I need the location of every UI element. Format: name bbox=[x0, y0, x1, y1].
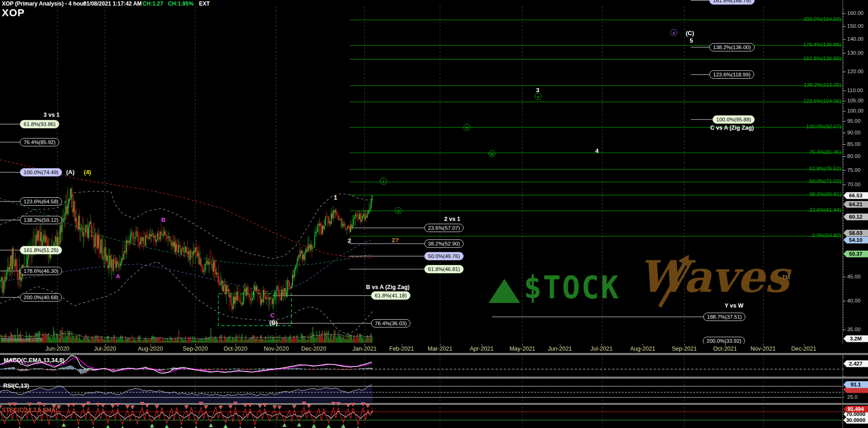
date-label: Mar-2021 bbox=[428, 346, 453, 352]
fib-extension-label: 176.4%(136.86) bbox=[776, 42, 841, 47]
fib-level-label[interactable]: 50.0%(49.76) bbox=[424, 252, 464, 260]
elliott-wave-label[interactable]: 2? bbox=[391, 237, 398, 244]
price-badge: 54.10 bbox=[843, 237, 868, 244]
price-tick-label: 70.00 bbox=[847, 182, 861, 187]
elliott-wave-circled-label[interactable]: 4 bbox=[670, 29, 677, 36]
price-badge: 3.2M bbox=[843, 335, 868, 342]
fib-level-label[interactable]: 38.2%(52.90) bbox=[424, 239, 464, 248]
elliott-wave-circled-label[interactable]: ii bbox=[395, 208, 402, 214]
date-label: Nov-2020 bbox=[264, 346, 289, 352]
fib-tool-heading: C vs A (Zig Zag) bbox=[710, 125, 754, 131]
elliott-wave-label[interactable]: (4) bbox=[84, 169, 91, 176]
fib-level-label[interactable]: 23.6%(57.07) bbox=[424, 224, 464, 232]
fib-extension-label: 123.6%(104.06) bbox=[776, 98, 841, 104]
fib-level-label[interactable]: 61.8%(41.18) bbox=[371, 291, 410, 300]
fib-extension-label: 200.0%(154.69) bbox=[776, 16, 841, 22]
date-label: Jul-2021 bbox=[590, 346, 613, 352]
fib-level-label[interactable]: 138.2%(59.12) bbox=[20, 216, 62, 224]
price-tick-label: 105.00 bbox=[847, 98, 863, 103]
price-tick-label: 35.00 bbox=[847, 327, 861, 332]
fib-extension-label: 100.0%(92.07) bbox=[776, 124, 841, 129]
fib-level-label[interactable]: 76.4%(85.92) bbox=[20, 138, 59, 146]
date-label: Sep-2021 bbox=[672, 346, 697, 352]
fib-tool-heading: 3 vs 1 bbox=[43, 112, 60, 118]
elliott-wave-circled-label[interactable]: v bbox=[535, 93, 542, 100]
price-tick-label: 80.00 bbox=[847, 153, 861, 159]
elliott-wave-circled-label[interactable]: iii bbox=[464, 124, 471, 131]
price-tick-label: 160.00 bbox=[847, 10, 863, 16]
date-label: Aug-2020 bbox=[138, 346, 163, 352]
indicator-value-badge: 30.0000 bbox=[843, 417, 868, 424]
elliott-wave-label[interactable]: (C) bbox=[686, 30, 694, 37]
fib-level-label[interactable]: 76.4%(36.03) bbox=[371, 319, 410, 327]
fib-tool-heading: B vs A (Zig Zag) bbox=[366, 284, 409, 290]
price-badge: 56.03 bbox=[843, 230, 868, 237]
elliott-wave-label[interactable]: A bbox=[116, 273, 120, 280]
fib-level-label[interactable]: 161.8%(51.25) bbox=[20, 246, 62, 254]
date-label: Jul-2020 bbox=[94, 346, 116, 352]
date-label: Sep-2020 bbox=[183, 346, 208, 352]
fib-tool-heading: Y vs W bbox=[725, 302, 744, 309]
fib-extension-label: 161.8%(126.88) bbox=[776, 56, 841, 61]
price-tick-label: 75.00 bbox=[847, 167, 861, 173]
fib-level-label[interactable]: 178.6%(46.30) bbox=[20, 267, 62, 275]
elliott-wave-label[interactable]: (A) bbox=[66, 169, 74, 176]
fib-level-label[interactable]: 123.6%(118.99) bbox=[709, 70, 754, 79]
fib-level-label[interactable]: 61.8%(46.81) bbox=[424, 265, 464, 273]
price-tick-label: 100.00 bbox=[847, 108, 863, 113]
symbol-label: XOP bbox=[2, 7, 25, 19]
price-tick-label: 95.00 bbox=[847, 118, 861, 124]
elliott-wave-circled-label[interactable]: iv bbox=[489, 151, 496, 157]
date-label: Oct-2021 bbox=[713, 346, 737, 352]
elliott-wave-label[interactable]: 4 bbox=[595, 147, 598, 154]
elliott-wave-label[interactable]: C bbox=[270, 312, 274, 319]
chart-header: XOP (Primary Analysis) - 4 hour 01/08/20… bbox=[0, 0, 868, 7]
fib-extension-label: 50.0%(71.03) bbox=[776, 178, 841, 184]
fib-level-label[interactable]: 61.8%(93.86) bbox=[20, 120, 59, 128]
date-label: Jan-2021 bbox=[353, 346, 377, 352]
fib-level-label[interactable]: 138.2%(136.00) bbox=[709, 43, 755, 51]
elliott-wave-label[interactable]: 5 bbox=[689, 37, 693, 44]
indicator-value-badge: 91.494 bbox=[843, 406, 868, 413]
date-label: Apr-2021 bbox=[470, 346, 493, 352]
chart-title: XOP (Primary Analysis) - 4 hour bbox=[2, 0, 86, 7]
elliott-wave-label[interactable]: 3 bbox=[536, 87, 539, 94]
fib-extension-label: 61.8%(75.52) bbox=[776, 166, 841, 171]
elliott-wave-label[interactable]: 1 bbox=[334, 194, 337, 201]
price-tick-label: 120.00 bbox=[847, 69, 863, 74]
chart-annotations-layer: 3 vs 161.8%(93.86)76.4%(85.92)100.0%(74.… bbox=[0, 0, 868, 428]
elliott-wave-circled-label[interactable]: i bbox=[380, 178, 387, 185]
elliott-wave-label[interactable]: (B) bbox=[269, 319, 278, 326]
date-axis[interactable]: Jun-2020Jul-2020Aug-2020Sep-2020Oct-2020… bbox=[0, 344, 868, 353]
stsc-panel-title: STSC(C,12,3,5,SMA) bbox=[2, 407, 57, 413]
macd-panel-title: MACD(C,EMA,13,34,8) bbox=[4, 357, 64, 364]
fib-extension-label: 23.6%(61.94) bbox=[776, 207, 841, 213]
elliott-wave-label[interactable]: 2 bbox=[347, 237, 351, 244]
fib-level-label[interactable]: 200.0%(40.68) bbox=[20, 293, 62, 302]
price-tick-label: 110.00 bbox=[847, 88, 863, 93]
rsi-panel-title: RSI(C,13) bbox=[3, 383, 29, 389]
price-tick-label: 90.00 bbox=[847, 130, 861, 135]
price-tick-label: 150.00 bbox=[847, 23, 863, 29]
price-badge: 50.37 bbox=[843, 251, 868, 258]
indicator-tick-label: 25.0 bbox=[847, 394, 857, 400]
indicator-value-badge: 2.427 bbox=[843, 360, 868, 367]
date-label: Oct-2020 bbox=[223, 346, 247, 352]
price-badge: 60.12 bbox=[843, 214, 868, 220]
fib-extension-label: 138.2%(112.25) bbox=[776, 82, 841, 88]
price-tick-label: 130.00 bbox=[847, 50, 863, 56]
session-badge: EXT bbox=[199, 0, 210, 7]
fib-level-label[interactable]: 100.0%(95.88) bbox=[713, 115, 755, 124]
date-label: Jun-2020 bbox=[45, 346, 69, 352]
price-tick-label: 140.00 bbox=[847, 36, 863, 42]
motivewave-watermark: motivewave.com bbox=[1, 336, 43, 343]
change-value: CH:1.27 bbox=[143, 0, 163, 7]
date-label: Nov-2021 bbox=[750, 346, 775, 352]
fib-extension-label: 0.0%(54.80) bbox=[776, 233, 841, 238]
fib-level-label[interactable]: 188.7%(37.51) bbox=[703, 313, 745, 321]
price-tick-label: 85.00 bbox=[847, 141, 861, 147]
fib-level-label[interactable]: 100.0%(74.49) bbox=[20, 168, 62, 176]
elliott-wave-label[interactable]: B bbox=[161, 216, 165, 223]
fib-level-label[interactable]: 123.6%(64.58) bbox=[20, 197, 62, 206]
date-label: Dec-2021 bbox=[791, 346, 816, 352]
